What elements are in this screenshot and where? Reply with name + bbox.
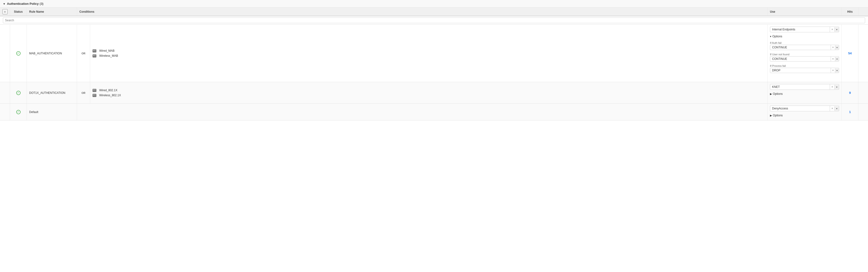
dot1x-options-toggle[interactable]: ▶ Options bbox=[770, 92, 839, 96]
dot1x-status-icon: ✓ bbox=[16, 91, 21, 95]
options-chevron-down-icon: ▾ bbox=[770, 35, 771, 38]
table-header: + Status Rule Name Conditions Use Hits bbox=[0, 8, 868, 16]
dot1x-actions bbox=[859, 82, 868, 104]
mab-primary-tag-text: Internal Endpoints bbox=[770, 27, 830, 32]
mab-status-icon: ✓ bbox=[16, 51, 21, 56]
add-rule-button[interactable]: + bbox=[0, 8, 10, 16]
default-primary-tag-dropdown[interactable]: ▾ bbox=[835, 106, 839, 111]
dot1x-hits: 9 bbox=[842, 82, 859, 104]
mab-if-auth-fail-section: If Auth fail CONTINUE × ▾ bbox=[770, 40, 839, 50]
mab-conditions: Wired_MAB Wireless_MAB bbox=[90, 25, 767, 82]
mab-primary-tag-dropdown[interactable]: ▾ bbox=[835, 27, 839, 32]
mab-primary-tag[interactable]: Internal Endpoints × ▾ bbox=[770, 27, 839, 32]
dot1x-primary-tag-dropdown[interactable]: ▾ bbox=[835, 85, 839, 89]
use-column-header: Use bbox=[768, 8, 842, 16]
mab-if-user-not-found-label: If User not found bbox=[770, 53, 839, 56]
mab-if-process-fail-clear[interactable]: × bbox=[831, 68, 835, 73]
mab-if-user-not-found-section: If User not found CONTINUE × ▾ bbox=[770, 52, 839, 61]
mab-if-process-fail-section: If Process fail DROP × ▾ bbox=[770, 63, 839, 73]
dot1x-condition-1-label: Wired_802.1X bbox=[99, 89, 117, 92]
mab-actions bbox=[859, 25, 868, 82]
mab-if-user-not-found-arrow[interactable]: ▾ bbox=[835, 57, 839, 61]
default-use-cell: DenyAccess × ▾ ▶ Options bbox=[768, 104, 842, 120]
dot1x-status-cell: ✓ bbox=[10, 82, 27, 104]
default-options-chevron-right-icon: ▶ bbox=[770, 114, 772, 117]
policy-header: ▼ Authentication Policy (3) bbox=[0, 0, 868, 8]
status-column-header: Status bbox=[10, 8, 27, 16]
mab-status-cell: ✓ bbox=[10, 25, 27, 82]
dot1x-rule-name: DOT1X_AUTHENTICATION bbox=[27, 82, 77, 104]
mab-options-toggle[interactable]: ▾ Options bbox=[770, 34, 839, 38]
default-primary-tag-clear[interactable]: × bbox=[830, 106, 835, 111]
dot1x-server-icon-2 bbox=[93, 94, 96, 97]
checkmark-icon: ✓ bbox=[17, 52, 19, 55]
table-row-default: ✓ Default DenyAccess × ▾ ▶ Options 1 bbox=[0, 104, 868, 120]
mab-if-auth-fail-label: If Auth fail bbox=[770, 42, 839, 44]
default-status-cell: ✓ bbox=[10, 104, 27, 120]
default-rule-name: Default bbox=[27, 104, 77, 120]
mab-condition-2-label: Wireless_MAB bbox=[99, 54, 118, 57]
server-icon-2 bbox=[93, 54, 96, 57]
dot1x-conditions: Wired_802.1X Wireless_802.1X bbox=[90, 82, 767, 104]
rule-name-column-header: Rule Name bbox=[27, 8, 77, 16]
default-options-label: Options bbox=[773, 114, 783, 117]
server-icon-1 bbox=[93, 49, 96, 52]
mab-if-user-not-found-select[interactable]: CONTINUE × ▾ bbox=[770, 56, 839, 61]
default-add-col bbox=[0, 104, 10, 120]
mab-if-auth-fail-value: CONTINUE bbox=[770, 45, 831, 50]
policy-title: Authentication Policy bbox=[7, 2, 39, 5]
dot1x-primary-tag-clear[interactable]: × bbox=[830, 84, 835, 89]
mab-if-process-fail-label: If Process fail bbox=[770, 64, 839, 67]
mab-if-auth-fail-clear[interactable]: × bbox=[831, 45, 835, 50]
table-row-dot1x: ✓ DOT1X_AUTHENTICATION OR Wired_802.1X W… bbox=[0, 82, 868, 104]
collapse-icon[interactable]: ▼ bbox=[3, 2, 5, 5]
mab-or-connector: OR bbox=[77, 25, 90, 82]
policy-count: (3) bbox=[40, 2, 43, 5]
dot1x-conditions-wrapper: OR Wired_802.1X Wireless_802.1X bbox=[77, 82, 768, 104]
conditions-column-header: Conditions bbox=[77, 8, 768, 16]
mab-hits: 54 bbox=[842, 25, 859, 82]
default-options-toggle[interactable]: ▶ Options bbox=[770, 113, 839, 117]
default-conditions-wrapper bbox=[77, 104, 768, 120]
plus-icon[interactable]: + bbox=[2, 9, 8, 15]
mab-if-user-not-found-clear[interactable]: × bbox=[831, 56, 835, 61]
mab-if-user-not-found-value: CONTINUE bbox=[770, 56, 831, 61]
search-bar bbox=[0, 16, 868, 25]
dot1x-options-chevron-right-icon: ▶ bbox=[770, 92, 772, 96]
mab-options-label: Options bbox=[772, 35, 782, 38]
dot1x-add-col bbox=[0, 82, 10, 104]
default-checkmark-icon: ✓ bbox=[17, 110, 19, 113]
dot1x-primary-tag[interactable]: KNET × ▾ bbox=[770, 84, 839, 90]
default-conditions bbox=[77, 104, 767, 120]
dot1x-checkmark-icon: ✓ bbox=[17, 91, 19, 94]
default-actions bbox=[859, 104, 868, 120]
mab-rule-name: MAB_AUTHENTICATION bbox=[27, 25, 77, 82]
dot1x-primary-tag-text: KNET bbox=[770, 84, 830, 89]
actions-column-header bbox=[859, 8, 868, 16]
default-primary-tag[interactable]: DenyAccess × ▾ bbox=[770, 106, 839, 111]
mab-if-process-fail-arrow[interactable]: ▾ bbox=[835, 69, 839, 73]
mab-conditions-wrapper: OR Wired_MAB Wireless_MAB bbox=[77, 25, 768, 82]
dot1x-condition-1: Wired_802.1X bbox=[93, 89, 765, 92]
dot1x-server-icon-1 bbox=[93, 89, 96, 92]
dot1x-use-cell: KNET × ▾ ▶ Options bbox=[768, 82, 842, 104]
mab-primary-tag-clear[interactable]: × bbox=[830, 27, 835, 32]
mab-if-process-fail-select[interactable]: DROP × ▾ bbox=[770, 68, 839, 73]
dot1x-condition-2: Wireless_802.1X bbox=[93, 93, 765, 97]
mab-if-auth-fail-select[interactable]: CONTINUE × ▾ bbox=[770, 45, 839, 50]
search-input[interactable] bbox=[3, 18, 865, 23]
dot1x-condition-2-label: Wireless_802.1X bbox=[99, 93, 121, 97]
dot1x-options-label: Options bbox=[773, 92, 783, 96]
dot1x-or-connector: OR bbox=[77, 82, 90, 104]
default-status-icon: ✓ bbox=[16, 110, 21, 114]
mab-use-cell: Internal Endpoints × ▾ ▾ Options If Auth… bbox=[768, 25, 842, 82]
mab-if-auth-fail-arrow[interactable]: ▾ bbox=[835, 46, 839, 50]
table-row-mab: ✓ MAB_AUTHENTICATION OR Wired_MAB Wirele… bbox=[0, 25, 868, 82]
mab-add-col bbox=[0, 25, 10, 82]
mab-condition-1-label: Wired_MAB bbox=[99, 49, 115, 52]
default-hits: 1 bbox=[842, 104, 859, 120]
mab-if-process-fail-value: DROP bbox=[770, 68, 831, 73]
hits-column-header: Hits bbox=[842, 8, 859, 16]
mab-condition-1: Wired_MAB bbox=[93, 49, 765, 52]
mab-condition-2: Wireless_MAB bbox=[93, 54, 765, 57]
